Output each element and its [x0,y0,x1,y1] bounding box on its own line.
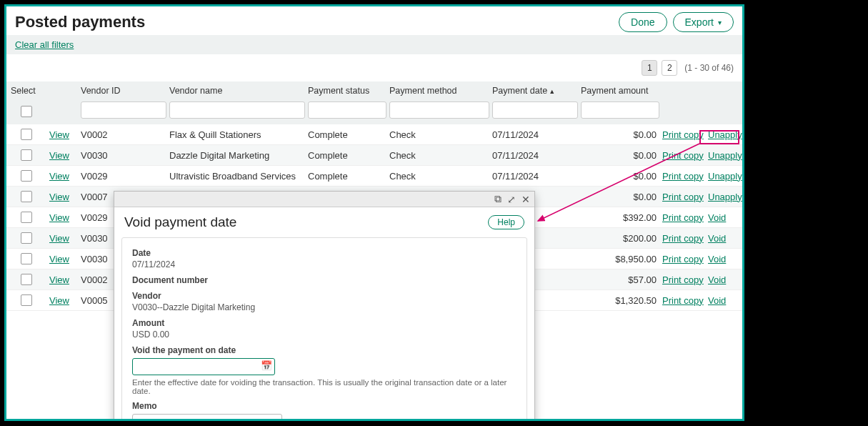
cell-date: 07/11/2024 [492,129,578,140]
field-vendor-label: Vendor [132,291,517,301]
cell-vendor-name: Flax & Quill Stationers [169,129,305,140]
cell-vendor-id: V0002 [81,129,166,140]
field-docnum-label: Document number [132,275,517,285]
filter-vendor-id[interactable] [81,101,166,119]
help-button[interactable]: Help [488,215,524,229]
view-link[interactable]: View [49,171,69,182]
cell-amount: $57.00 [581,274,659,285]
table-row: ViewV0002Flax & Quill StationersComplete… [6,124,742,145]
view-link[interactable]: View [49,150,69,161]
cell-vendor-id: V0030 [81,150,166,161]
print-copy-link[interactable]: Print copy [662,274,704,285]
field-date-label: Date [132,248,517,258]
cell-amount: $392.00 [581,212,659,223]
field-amount-label: Amount [132,318,517,328]
void-link[interactable]: Void [708,233,726,244]
print-copy-link[interactable]: Print copy [662,129,704,140]
print-copy-link[interactable]: Print copy [662,150,704,161]
cell-method: Check [389,129,489,140]
view-link[interactable]: View [49,274,69,285]
filter-payment-date[interactable] [492,101,578,119]
sort-asc-icon: ▲ [549,88,555,95]
filter-vendor-name[interactable] [169,101,305,119]
cell-amount: $8,950.00 [581,254,659,264]
col-vendor-name[interactable]: Vendor name [169,86,305,96]
print-copy-link[interactable]: Print copy [662,254,704,264]
cell-date: 07/11/2024 [492,171,578,182]
unapply-link[interactable]: Unapply [708,192,742,202]
cell-amount: $200.00 [581,233,659,244]
popout-icon[interactable]: ⧉ [494,193,502,205]
calendar-icon[interactable]: 📅 [261,360,272,371]
cell-vendor-name: Dazzle Digital Marketing [169,150,305,161]
view-link[interactable]: View [49,254,69,264]
select-all-checkbox[interactable] [21,106,32,117]
view-link[interactable]: View [49,295,69,306]
col-select-label: Select [11,86,46,96]
pager-info: (1 - 30 of 46) [684,63,734,73]
cell-method: Check [389,150,489,161]
row-checkbox[interactable] [21,129,32,140]
print-copy-link[interactable]: Print copy [662,171,704,182]
chevron-down-icon: ▾ [718,19,722,26]
done-label: Done [631,16,654,28]
pager-page-1[interactable]: 1 [642,60,657,76]
table-row: ViewV0030Dazzle Digital MarketingComplet… [6,145,742,166]
cell-status: Complete [308,171,386,182]
print-copy-link[interactable]: Print copy [662,192,704,202]
page-title: Posted payments [15,13,145,31]
row-checkbox[interactable] [21,274,32,285]
col-payment-amount[interactable]: Payment amount [581,86,659,96]
row-checkbox[interactable] [21,191,32,202]
done-button[interactable]: Done [619,12,667,32]
print-copy-link[interactable]: Print copy [662,212,704,223]
void-link[interactable]: Void [708,274,726,285]
void-date-hint: Enter the effective date for voiding the… [132,378,517,395]
view-link[interactable]: View [49,233,69,244]
row-checkbox[interactable] [21,149,32,161]
field-date-value: 07/11/2024 [132,259,517,269]
row-checkbox[interactable] [21,212,32,223]
view-link[interactable]: View [49,192,69,202]
memo-input[interactable] [132,414,282,421]
void-date-input[interactable] [132,358,275,375]
row-checkbox[interactable] [21,170,32,182]
cell-amount: $0.00 [581,150,659,161]
export-label: Export [685,16,714,28]
unapply-link[interactable]: Unapply [708,150,742,161]
unapply-link[interactable]: Unapply [708,129,742,140]
filter-payment-method[interactable] [389,101,489,119]
void-link[interactable]: Void [708,295,726,306]
cell-date: 07/11/2024 [492,150,578,161]
field-amount-value: USD 0.00 [132,330,517,340]
print-copy-link[interactable]: Print copy [662,295,704,306]
clear-filters-link[interactable]: Clear all filters [15,39,74,50]
pager-page-2[interactable]: 2 [662,60,677,76]
col-vendor-id[interactable]: Vendor ID [81,86,166,96]
cell-vendor-id: V0029 [81,171,166,182]
row-checkbox[interactable] [21,232,32,244]
col-payment-date[interactable]: Payment date▲ [492,86,578,96]
unapply-link[interactable]: Unapply [708,171,742,182]
export-button[interactable]: Export▾ [673,12,734,32]
cell-amount: $0.00 [581,171,659,182]
row-checkbox[interactable] [21,294,32,306]
filter-payment-amount[interactable] [581,101,659,119]
row-checkbox[interactable] [21,253,32,264]
filter-payment-status[interactable] [308,101,386,119]
view-link[interactable]: View [49,129,69,140]
view-link[interactable]: View [49,212,69,223]
col-payment-status[interactable]: Payment status [308,86,386,96]
cell-amount: $0.00 [581,129,659,140]
field-memo-label: Memo [132,401,517,411]
cell-vendor-name: Ultravistic Broadband Services [169,171,305,182]
cell-method: Check [389,171,489,182]
close-icon[interactable]: ✕ [522,194,530,205]
print-copy-link[interactable]: Print copy [662,233,704,244]
void-link[interactable]: Void [708,254,726,264]
cell-status: Complete [308,150,386,161]
expand-icon[interactable]: ⤢ [507,194,516,205]
cell-amount: $0.00 [581,192,659,202]
void-link[interactable]: Void [708,212,726,223]
col-payment-method[interactable]: Payment method [389,86,489,96]
